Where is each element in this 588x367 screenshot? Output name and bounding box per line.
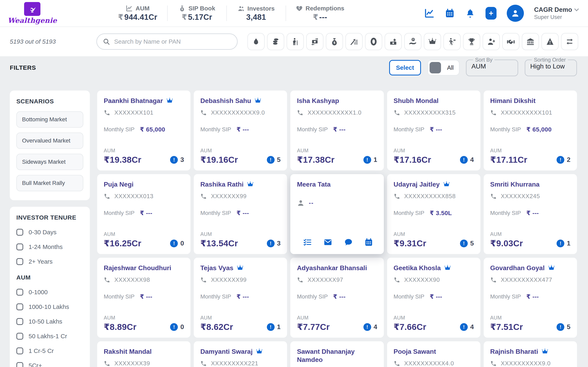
senior-citizen-filter-button[interactable] <box>287 33 304 50</box>
search-input[interactable] <box>114 38 231 45</box>
alert-count: 4 <box>374 323 377 331</box>
walk-exit-filter-button[interactable] <box>443 33 461 50</box>
receive-money-filter-button[interactable]: $ <box>404 33 421 50</box>
investor-card[interactable]: Himani DikshitXXXXXXXXXX101Monthly SIP₹ … <box>484 91 577 170</box>
add-button[interactable]: + <box>485 7 497 20</box>
checkbox-label: 2+ Years <box>29 258 53 265</box>
investor-card[interactable]: Geetika KhoslaXXXXXXX90Monthly SIP₹ ---A… <box>387 258 480 338</box>
search-icon <box>103 38 110 45</box>
checkbox-option[interactable]: 5Cr+ <box>16 362 83 367</box>
mail-action-icon[interactable] <box>323 238 332 247</box>
water-drop-filter-button[interactable] <box>247 33 265 50</box>
investor-card[interactable]: Rajnish BharatiXXXXXXXXXX9.0 <box>484 341 577 367</box>
checkbox[interactable] <box>16 362 23 367</box>
user-menu[interactable]: CAGR Demo Super User <box>534 6 578 21</box>
crown-filter-button[interactable] <box>424 33 441 50</box>
coins-filter-button[interactable] <box>267 33 284 50</box>
chevron-down-icon <box>574 7 579 11</box>
checkbox[interactable] <box>16 289 23 296</box>
checkbox-label: 0-30 Days <box>29 229 57 236</box>
investor-card[interactable]: Puja NegiXXXXXXX013Monthly SIP₹ ---AUM₹1… <box>97 174 190 254</box>
trophy-filter-button[interactable] <box>463 33 480 50</box>
scenario-button[interactable]: Bottoming Market <box>16 111 83 128</box>
checkbox[interactable] <box>16 318 23 325</box>
calendar-icon[interactable] <box>445 8 455 18</box>
zero-badge-filter-button[interactable] <box>365 33 382 50</box>
investor-card[interactable]: Debashish SahuXXXXXXXXXXX9.0Monthly SIP₹… <box>194 91 287 170</box>
bank-filter-button[interactable] <box>522 33 539 50</box>
checkbox[interactable] <box>16 229 23 236</box>
person-add-filter-button[interactable] <box>483 33 500 50</box>
scenario-button[interactable]: Bull Market Rally <box>16 175 83 191</box>
checkbox[interactable] <box>16 347 23 354</box>
checkbox-option[interactable]: 2+ Years <box>16 258 83 265</box>
handshake-filter-button[interactable] <box>502 33 519 50</box>
masked-contact: XXXXXXX98 <box>114 276 150 283</box>
checkbox-option[interactable]: 10-50 Lakhs <box>16 318 83 325</box>
masked-contact: XXXXXXXXX221 <box>211 360 258 367</box>
masked-contact: XXXXXXXXXX101 <box>501 109 552 116</box>
investor-card[interactable]: Rakshit MandalXXXXXXX39 <box>97 341 190 367</box>
checkbox-label: 0-1000 <box>29 289 48 296</box>
monthly-sip-label: Monthly SIP <box>297 293 328 300</box>
brand-logo[interactable]: Wealthgenie <box>10 2 55 25</box>
sip-dots-filter-button[interactable] <box>346 33 363 50</box>
analytics-icon[interactable] <box>424 8 434 18</box>
aum-value: ₹7.77Cr <box>297 322 329 332</box>
checkbox-option[interactable]: 1-24 Months <box>16 243 83 250</box>
stat-divider <box>286 6 286 21</box>
phone-icon <box>394 360 400 367</box>
investor-card[interactable]: Udayraj JaitleyXXXXXXXXXX858Monthly SIP₹… <box>387 174 480 254</box>
investor-card[interactable]: Shubh MondalXXXXXXXXXX315Monthly SIP₹ --… <box>387 91 480 170</box>
investor-card[interactable]: Isha KashyapXXXXXXXXXXX1.0Monthly SIP₹ -… <box>290 91 384 170</box>
checklist-action-icon[interactable] <box>303 238 312 247</box>
investor-card[interactable]: Damyanti SwarajXXXXXXXXX221 <box>194 341 287 367</box>
sort-by-select[interactable]: Sort By AUM <box>466 57 518 76</box>
investor-card[interactable]: Rashika RathiXXXXXXX99Monthly SIP₹ ---AU… <box>194 174 287 254</box>
chat-action-icon[interactable] <box>344 238 353 247</box>
masked-contact: XXXXXXX99 <box>211 276 247 283</box>
investor-card[interactable]: Tejas VyasXXXXXXX99Monthly SIP₹ ---AUM₹8… <box>194 258 287 338</box>
search-box[interactable] <box>96 33 238 50</box>
all-toggle[interactable]: All <box>428 60 459 75</box>
investor-name: Sawant Dhananjay Namdeo <box>297 347 377 364</box>
scenarios-title: SCENARIOS <box>16 98 83 105</box>
user-avatar[interactable] <box>507 5 524 22</box>
alert-count: 1 <box>374 156 377 164</box>
scenario-button[interactable]: Overvalued Market <box>16 133 83 149</box>
notifications-bell-icon[interactable] <box>465 8 475 18</box>
calendar-action-icon[interactable] <box>364 238 373 247</box>
checkbox-option[interactable]: 0-1000 <box>16 289 83 296</box>
scenario-button[interactable]: Sideways Market <box>16 154 83 170</box>
checkbox-option[interactable]: 1000-10 Lakhs <box>16 303 83 310</box>
cash-transaction-filter-button[interactable] <box>306 33 323 50</box>
checkbox[interactable] <box>16 303 23 310</box>
aum-value: ₹9.03Cr <box>490 238 523 248</box>
investor-card[interactable]: Pooja SawantXXXXXXXXXX4.0 <box>387 341 480 367</box>
money-bag-filter-button[interactable]: $ <box>326 33 343 50</box>
phone-icon <box>104 277 110 283</box>
checkbox-option[interactable]: 50 Lakhs-1 Cr <box>16 333 83 340</box>
checkbox[interactable] <box>16 243 23 250</box>
investor-card[interactable]: Govardhan GoyalXXXXXXXXXX477Monthly SIP₹… <box>484 258 577 338</box>
investor-card[interactable]: Adyashankar BhansaliXXXXXXX97Monthly SIP… <box>290 258 384 338</box>
investor-card[interactable]: Smriti KhurranaXXXXXXX245Monthly SIP₹ --… <box>484 174 577 254</box>
cash-growth-filter-button[interactable] <box>385 33 402 50</box>
sorting-order-select[interactable]: Sorting Order High to Low <box>525 57 577 76</box>
checkbox[interactable] <box>16 258 23 265</box>
checkbox-option[interactable]: 1 Cr-5 Cr <box>16 347 83 354</box>
investor-card[interactable]: Rajeshwar ChoudhuriXXXXXXX98Monthly SIP₹… <box>97 258 190 338</box>
investor-name: Rakshit Mandal <box>104 347 152 356</box>
checkbox-option[interactable]: 0-30 Days <box>16 229 83 236</box>
investor-card[interactable]: Sawant Dhananjay Namdeo <box>290 341 384 367</box>
investor-card[interactable]: Meera Tata-- <box>290 174 384 254</box>
alert-badge-icon: ! <box>363 156 371 164</box>
select-button[interactable]: Select <box>389 60 421 75</box>
swap-filter-button[interactable] <box>561 33 578 50</box>
aum-label: AUM <box>200 148 281 154</box>
warning-filter-button[interactable] <box>541 33 559 50</box>
phone-icon <box>297 277 303 283</box>
masked-contact: XXXXXXXXXX4.0 <box>404 360 454 367</box>
investor-card[interactable]: Paankhi BhatnagarXXXXXXX101Monthly SIP₹ … <box>97 91 190 170</box>
checkbox[interactable] <box>16 333 23 340</box>
